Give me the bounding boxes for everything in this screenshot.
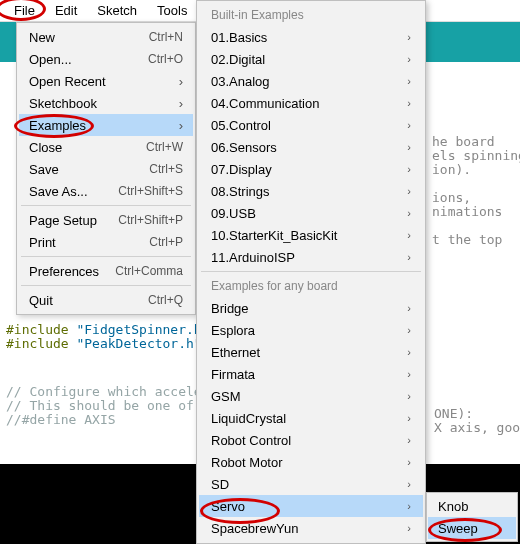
menu-item-close[interactable]: CloseCtrl+W	[19, 136, 193, 158]
menu-item-save[interactable]: SaveCtrl+S	[19, 158, 193, 180]
menu-separator	[21, 256, 191, 257]
submenu-item-label: 01.Basics	[211, 30, 407, 45]
submenu-item-03-analog[interactable]: 03.Analog›	[199, 70, 423, 92]
chevron-right-icon: ›	[173, 118, 183, 133]
chevron-right-icon: ›	[407, 522, 411, 534]
menu-item-sketchbook[interactable]: Sketchbook›	[19, 92, 193, 114]
code-peek-line: he board	[432, 134, 495, 149]
chevron-right-icon: ›	[407, 456, 411, 468]
menu-item-shortcut: Ctrl+S	[149, 162, 183, 176]
menu-item-new[interactable]: NewCtrl+N	[19, 26, 193, 48]
menu-item-save-as-[interactable]: Save As...Ctrl+Shift+S	[19, 180, 193, 202]
menu-item-preferences[interactable]: PreferencesCtrl+Comma	[19, 260, 193, 282]
submenu-item-01-basics[interactable]: 01.Basics›	[199, 26, 423, 48]
chevron-right-icon: ›	[407, 412, 411, 424]
chevron-right-icon: ›	[407, 302, 411, 314]
submenu-item-label: Bridge	[211, 301, 407, 316]
submenu-item-bridge[interactable]: Bridge›	[199, 297, 423, 319]
submenu-item-ethernet[interactable]: Ethernet›	[199, 341, 423, 363]
submenu-item-spacebrewyun[interactable]: SpacebrewYun›	[199, 517, 423, 539]
submenu-item-label: GSM	[211, 389, 407, 404]
submenu-item-label: Ethernet	[211, 345, 407, 360]
submenu-item-label: 05.Control	[211, 118, 407, 133]
menu-item-quit[interactable]: QuitCtrl+Q	[19, 289, 193, 311]
menu-item-label: Open Recent	[29, 74, 173, 89]
menu-item-label: Page Setup	[29, 213, 118, 228]
servo-menu-item-knob[interactable]: Knob	[428, 495, 516, 517]
menu-item-label: Preferences	[29, 264, 115, 279]
submenu-item-08-strings[interactable]: 08.Strings›	[199, 180, 423, 202]
menu-item-shortcut: Ctrl+W	[146, 140, 183, 154]
chevron-right-icon: ›	[407, 119, 411, 131]
submenu-item-label: 04.Communication	[211, 96, 407, 111]
code-peek-line: nimations	[432, 204, 502, 219]
menu-item-print[interactable]: PrintCtrl+P	[19, 231, 193, 253]
submenu-item-label: 10.StarterKit_BasicKit	[211, 228, 407, 243]
servo-menu-item-sweep[interactable]: Sweep	[428, 517, 516, 539]
submenu-item-label: SpacebrewYun	[211, 521, 407, 536]
code-line: #include "PeakDetector.h"	[6, 336, 202, 351]
submenu-item-label: 09.USB	[211, 206, 407, 221]
chevron-right-icon: ›	[173, 74, 183, 89]
submenu-item-servo[interactable]: Servo›	[199, 495, 423, 517]
chevron-right-icon: ›	[407, 141, 411, 153]
chevron-right-icon: ›	[407, 478, 411, 490]
menubar-item-sketch[interactable]: Sketch	[87, 1, 147, 20]
code-peek-line: ions,	[432, 190, 471, 205]
menu-item-label: Quit	[29, 293, 148, 308]
submenu-header: Examples for any board	[199, 275, 423, 297]
menu-item-shortcut: Ctrl+Shift+P	[118, 213, 183, 227]
menu-separator	[21, 205, 191, 206]
submenu-header: Built-in Examples	[199, 4, 423, 26]
menu-item-shortcut: Ctrl+Shift+S	[118, 184, 183, 198]
menu-item-open-recent[interactable]: Open Recent›	[19, 70, 193, 92]
chevron-right-icon: ›	[407, 324, 411, 336]
menubar-item-file[interactable]: File	[4, 1, 45, 20]
file-menu: NewCtrl+NOpen...Ctrl+OOpen Recent›Sketch…	[16, 22, 196, 315]
chevron-right-icon: ›	[407, 251, 411, 263]
submenu-item-10-starterkit-basickit[interactable]: 10.StarterKit_BasicKit›	[199, 224, 423, 246]
menu-item-page-setup[interactable]: Page SetupCtrl+Shift+P	[19, 209, 193, 231]
submenu-item-06-sensors[interactable]: 06.Sensors›	[199, 136, 423, 158]
code-comment: //#define AXIS	[6, 412, 116, 427]
submenu-item-04-communication[interactable]: 04.Communication›	[199, 92, 423, 114]
menu-separator	[21, 285, 191, 286]
submenu-item-gsm[interactable]: GSM›	[199, 385, 423, 407]
submenu-item-05-control[interactable]: 05.Control›	[199, 114, 423, 136]
menubar-item-tools[interactable]: Tools	[147, 1, 197, 20]
menu-item-open-[interactable]: Open...Ctrl+O	[19, 48, 193, 70]
submenu-item-robot-control[interactable]: Robot Control›	[199, 429, 423, 451]
chevron-right-icon: ›	[407, 97, 411, 109]
submenu-item-07-display[interactable]: 07.Display›	[199, 158, 423, 180]
chevron-right-icon: ›	[407, 163, 411, 175]
submenu-item-liquidcrystal[interactable]: LiquidCrystal›	[199, 407, 423, 429]
code-comment: // This should be one of t	[6, 398, 210, 413]
submenu-item-sd[interactable]: SD›	[199, 473, 423, 495]
submenu-item-label: 06.Sensors	[211, 140, 407, 155]
submenu-item-firmata[interactable]: Firmata›	[199, 363, 423, 385]
submenu-item-label: 03.Analog	[211, 74, 407, 89]
menu-item-examples[interactable]: Examples›	[19, 114, 193, 136]
code-peek-line: X axis, goo	[434, 420, 520, 435]
code-peek-line: t the top	[432, 232, 502, 247]
submenu-item-label: 11.ArduinoISP	[211, 250, 407, 265]
code-peek-line: ion).	[432, 162, 471, 177]
chevron-right-icon: ›	[173, 96, 183, 111]
submenu-item-11-arduinoisp[interactable]: 11.ArduinoISP›	[199, 246, 423, 268]
submenu-item-label: Esplora	[211, 323, 407, 338]
code-peek-line: els spinning	[432, 148, 520, 163]
menubar-item-edit[interactable]: Edit	[45, 1, 87, 20]
menu-separator	[201, 271, 421, 272]
submenu-item-02-digital[interactable]: 02.Digital›	[199, 48, 423, 70]
submenu-item-robot-motor[interactable]: Robot Motor›	[199, 451, 423, 473]
submenu-item-label: 07.Display	[211, 162, 407, 177]
submenu-item-label: Firmata	[211, 367, 407, 382]
submenu-item-09-usb[interactable]: 09.USB›	[199, 202, 423, 224]
menu-item-label: Close	[29, 140, 146, 155]
code-peek-line: ONE):	[434, 406, 473, 421]
menu-item-shortcut: Ctrl+Q	[148, 293, 183, 307]
submenu-item-label: SD	[211, 477, 407, 492]
submenu-item-label: Robot Control	[211, 433, 407, 448]
menu-item-shortcut: Ctrl+O	[148, 52, 183, 66]
submenu-item-esplora[interactable]: Esplora›	[199, 319, 423, 341]
